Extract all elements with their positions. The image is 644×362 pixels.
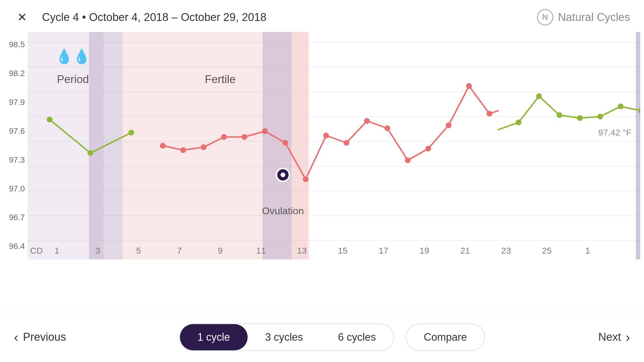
svg-text:5: 5 — [136, 246, 141, 255]
svg-text:11: 11 — [256, 246, 266, 255]
logo-text: Natural Cycles — [558, 11, 630, 24]
svg-point-24 — [262, 128, 268, 134]
y-label-976: 97.6 — [9, 126, 25, 136]
svg-text:7: 7 — [177, 246, 182, 255]
svg-point-26 — [303, 176, 309, 182]
close-button[interactable]: ✕ — [14, 9, 30, 25]
svg-point-31 — [405, 157, 411, 163]
svg-point-34 — [466, 83, 472, 89]
y-label-970: 97.0 — [9, 184, 25, 194]
svg-text:Fertile: Fertile — [205, 73, 236, 85]
svg-text:9: 9 — [218, 246, 223, 255]
y-label-979: 97.9 — [9, 98, 25, 107]
header: ✕ Cycle 4 • October 4, 2018 – October 29… — [0, 0, 644, 32]
chart-container: 98.5 98.2 97.9 97.6 97.3 97.0 96.7 96.4 — [0, 32, 644, 312]
svg-point-37 — [281, 173, 285, 177]
svg-point-16 — [47, 117, 52, 122]
svg-point-29 — [364, 118, 370, 124]
svg-point-42 — [597, 114, 603, 120]
y-label-982: 98.2 — [9, 69, 25, 78]
svg-point-43 — [618, 103, 624, 109]
footer: ‹ Previous 1 cycle 3 cycles 6 cycles Com… — [0, 312, 644, 362]
svg-point-27 — [323, 133, 329, 138]
svg-point-38 — [516, 120, 522, 125]
y-label-973: 97.3 — [9, 155, 25, 165]
svg-point-30 — [384, 125, 390, 131]
svg-point-40 — [556, 112, 562, 118]
svg-point-41 — [577, 115, 583, 121]
svg-text:1: 1 — [55, 246, 60, 255]
svg-text:97.42 °F: 97.42 °F — [598, 128, 631, 137]
cycle-3-button[interactable]: 3 cycles — [248, 324, 321, 350]
svg-rect-14 — [636, 32, 640, 259]
svg-point-17 — [88, 150, 93, 156]
y-label-967: 96.7 — [9, 213, 25, 222]
svg-text:3: 3 — [95, 246, 100, 255]
y-label-985: 98.5 — [9, 40, 25, 49]
cycle-selector: 1 cycle 3 cycles 6 cycles — [179, 324, 394, 351]
next-arrow-icon: › — [626, 330, 630, 345]
next-label: Next — [598, 331, 621, 343]
previous-arrow-icon: ‹ — [14, 330, 18, 345]
logo: N Natural Cycles — [537, 9, 630, 25]
svg-point-20 — [180, 147, 186, 153]
cycle-title: Cycle 4 • October 4, 2018 – October 29, … — [42, 11, 267, 24]
svg-point-33 — [446, 122, 452, 128]
svg-text:Ovulation: Ovulation — [262, 205, 304, 216]
svg-text:1: 1 — [585, 246, 590, 255]
previous-button[interactable]: ‹ Previous — [14, 330, 66, 345]
svg-rect-13 — [292, 32, 308, 259]
previous-label: Previous — [23, 331, 66, 343]
svg-text:CD: CD — [30, 246, 43, 255]
svg-point-25 — [282, 140, 288, 146]
compare-button[interactable]: Compare — [406, 324, 485, 351]
svg-point-21 — [201, 144, 206, 150]
svg-point-35 — [487, 111, 492, 117]
cycle-6-button[interactable]: 6 cycles — [321, 324, 393, 350]
chart-svg: 💧💧 — [28, 32, 640, 259]
svg-text:19: 19 — [419, 246, 429, 255]
svg-point-28 — [344, 140, 349, 146]
svg-point-18 — [128, 130, 134, 136]
svg-point-39 — [536, 93, 542, 99]
svg-point-22 — [221, 134, 227, 140]
cycle-1-button[interactable]: 1 cycle — [180, 324, 248, 350]
svg-text:23: 23 — [501, 246, 511, 255]
svg-text:17: 17 — [379, 246, 388, 255]
svg-text:21: 21 — [460, 246, 470, 255]
logo-icon: N — [537, 9, 553, 25]
svg-point-32 — [425, 146, 431, 152]
svg-text:15: 15 — [338, 246, 347, 255]
svg-text:25: 25 — [542, 246, 552, 255]
cycle-controls: 1 cycle 3 cycles 6 cycles Compare — [179, 324, 485, 351]
y-axis: 98.5 98.2 97.9 97.6 97.3 97.0 96.7 96.4 — [0, 32, 28, 283]
next-button[interactable]: Next › — [598, 330, 630, 345]
svg-text:💧💧: 💧💧 — [55, 48, 90, 65]
svg-point-19 — [160, 143, 166, 149]
svg-text:13: 13 — [297, 246, 307, 255]
header-left: ✕ Cycle 4 • October 4, 2018 – October 29… — [14, 9, 267, 25]
svg-text:Period: Period — [57, 73, 89, 85]
y-label-964: 96.4 — [9, 242, 25, 251]
svg-point-23 — [242, 134, 247, 140]
